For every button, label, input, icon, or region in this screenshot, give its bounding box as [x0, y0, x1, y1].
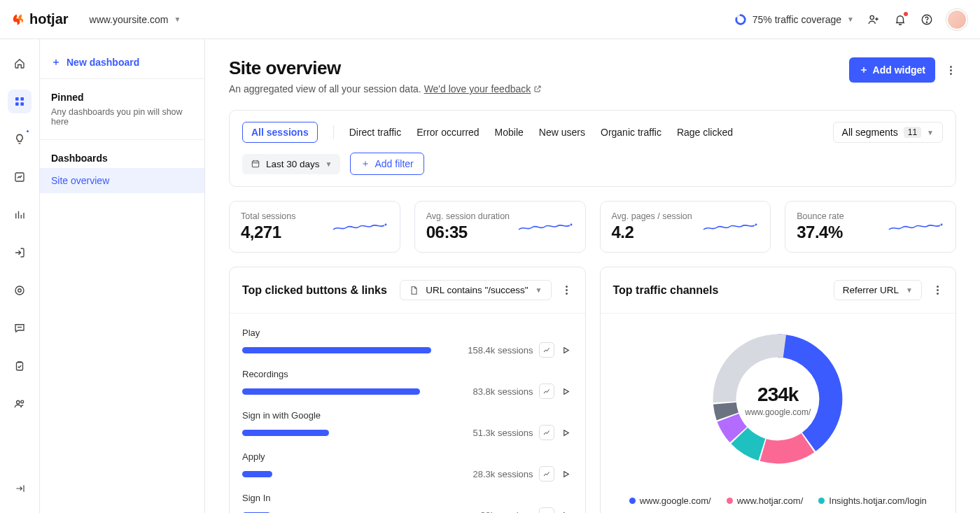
sparkline-icon: [332, 218, 388, 235]
help-button[interactable]: [920, 13, 934, 27]
top-clicks-url-label: URL contains "/success": [426, 285, 528, 295]
rail-heatmaps[interactable]: [8, 279, 31, 302]
click-row-chart-button[interactable]: [539, 342, 554, 358]
click-row-play-button[interactable]: [560, 344, 573, 356]
rail-dashboards[interactable]: [8, 90, 31, 113]
rail-trends[interactable]: [8, 165, 31, 189]
legend-item: Insights.hotjar.com/login: [818, 496, 926, 506]
add-widget-button[interactable]: ＋ Add widget: [849, 57, 935, 83]
svg-rect-7: [20, 102, 24, 106]
rail-expand[interactable]: [8, 477, 31, 500]
rail-recordings[interactable]: [8, 241, 31, 265]
page-icon: [409, 286, 419, 295]
new-dashboard-button[interactable]: ＋ New dashboard: [40, 49, 204, 76]
top-clicks-menu-button[interactable]: [561, 286, 573, 295]
sparkline-icon: [518, 218, 574, 235]
segments-selector[interactable]: All segments 11 ▼: [833, 122, 943, 143]
nav-rail: [0, 39, 40, 513]
legend-item: www.hotjar.com/: [727, 496, 804, 506]
legend-label: www.hotjar.com/: [737, 496, 804, 506]
rail-users[interactable]: [8, 392, 31, 416]
top-traffic-menu-button[interactable]: [932, 286, 943, 295]
dashboards-heading: Dashboards: [40, 143, 204, 168]
feedback-link[interactable]: We'd love your feedback: [424, 83, 531, 94]
alert-dot-icon: [25, 129, 30, 134]
session-tab[interactable]: Rage clicked: [677, 127, 733, 138]
brand-logo[interactable]: hotjar: [13, 11, 69, 27]
session-tab[interactable]: Error occurred: [416, 127, 479, 138]
svg-rect-14: [252, 161, 258, 167]
site-selector[interactable]: www.yoursite.com ▼: [90, 14, 181, 25]
lightbulb-icon: [13, 133, 26, 146]
metric-label: Avg. pages / session: [612, 211, 692, 221]
click-row-chart-button[interactable]: [539, 466, 554, 482]
segments-label: All segments: [842, 127, 898, 138]
click-row-play-button[interactable]: [560, 468, 573, 480]
svg-point-3: [926, 22, 927, 22]
chevron-down-icon: ▼: [847, 15, 854, 23]
top-clicks-url-selector[interactable]: URL contains "/success" ▼: [400, 280, 551, 300]
click-row-label: Apply: [242, 451, 573, 462]
traffic-coverage-label: 75% traffic coverage: [752, 14, 841, 25]
add-filter-button[interactable]: ＋ Add filter: [350, 153, 424, 175]
session-tab[interactable]: Mobile: [495, 127, 524, 138]
sparkline-icon: [703, 218, 759, 235]
user-avatar[interactable]: [946, 9, 967, 30]
legend-swatch: [818, 498, 825, 504]
svg-point-12: [17, 401, 20, 405]
chevron-down-icon: ▼: [536, 286, 542, 294]
click-row-play-button[interactable]: [560, 426, 573, 439]
dashboard-item-site-overview[interactable]: Site overview: [40, 168, 204, 193]
click-row-chart-button[interactable]: [539, 425, 554, 440]
chat-icon: [13, 322, 26, 335]
metric-card[interactable]: Total sessions4,271: [229, 201, 400, 253]
rail-feedback[interactable]: [8, 316, 31, 340]
rail-funnels[interactable]: [8, 203, 31, 227]
brand-text: hotjar: [29, 11, 69, 27]
add-widget-label: Add widget: [873, 64, 925, 76]
svg-point-13: [21, 400, 24, 403]
pinned-heading: Pinned: [40, 82, 204, 107]
click-row-value: 83.8k sessions: [473, 386, 533, 397]
metric-card[interactable]: Bounce rate37.4%: [785, 201, 956, 253]
rail-highlights[interactable]: [8, 127, 31, 151]
click-row: Sign in with Google 51.3k sessions: [242, 410, 573, 440]
traffic-coverage-selector[interactable]: 75% traffic coverage ▼: [734, 13, 854, 26]
top-traffic-selector[interactable]: Referrer URL ▼: [834, 280, 922, 300]
click-row-bar: [242, 471, 272, 477]
top-bar: hotjar www.yoursite.com ▼ 75% traffic co…: [0, 0, 980, 39]
date-range-selector[interactable]: Last 30 days ▼: [242, 154, 340, 174]
progress-ring-icon: [734, 13, 747, 26]
notifications-button[interactable]: [893, 13, 907, 27]
metrics-row: Total sessions4,271Avg. session duration…: [229, 201, 956, 253]
click-row-chart-button[interactable]: [539, 507, 554, 513]
top-traffic-select-label: Referrer URL: [843, 285, 899, 295]
metric-card[interactable]: Avg. pages / session4.2: [600, 201, 771, 253]
invite-user-button[interactable]: [867, 13, 881, 27]
session-tab[interactable]: All sessions: [242, 122, 318, 143]
plus-icon: ＋: [859, 64, 869, 76]
chevron-down-icon: ▼: [906, 286, 913, 294]
click-row-label: Sign In: [242, 493, 573, 503]
pinned-hint: Any dashboards you pin will show here: [40, 107, 204, 136]
page-menu-button[interactable]: [945, 66, 956, 75]
session-tab[interactable]: Organic traffic: [601, 127, 662, 138]
svg-point-9: [15, 286, 24, 295]
click-row-play-button[interactable]: [560, 385, 573, 398]
click-row-value: 51.3k sessions: [473, 428, 533, 438]
rail-home[interactable]: [8, 52, 31, 76]
legend-item: www.google.com/: [629, 496, 711, 506]
click-row: Recordings 83.8k sessions: [242, 369, 573, 399]
sparkline-icon: [888, 218, 944, 235]
rail-surveys[interactable]: [8, 354, 31, 378]
legend-swatch: [629, 498, 636, 504]
session-tab[interactable]: Direct traffic: [349, 127, 401, 138]
click-row-play-button[interactable]: [560, 509, 573, 513]
session-tab[interactable]: New users: [539, 127, 585, 138]
svg-rect-11: [17, 363, 23, 370]
metric-card[interactable]: Avg. session duration06:35: [414, 201, 586, 253]
click-row-chart-button[interactable]: [539, 384, 554, 399]
click-row: Sign In 28k sessions: [242, 493, 573, 513]
legend-swatch: [727, 498, 733, 504]
click-row: Apply 28.3k sessions: [242, 451, 573, 482]
